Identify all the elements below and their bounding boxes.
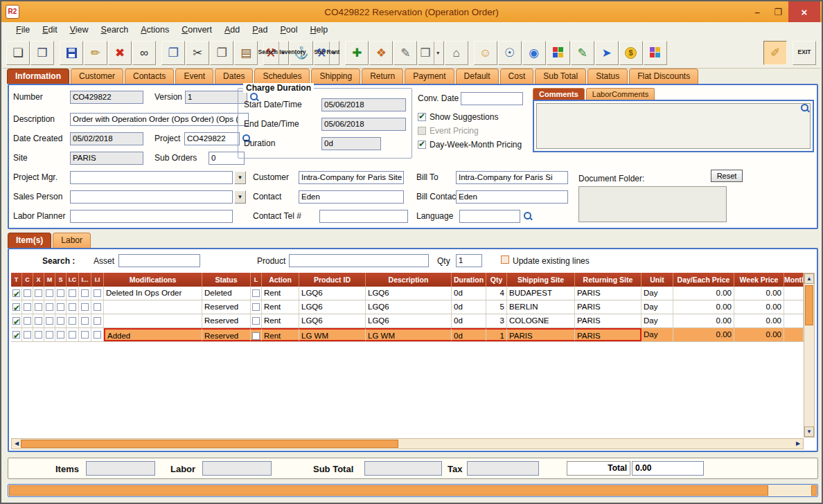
cell-status[interactable]: Reserved [202, 328, 251, 341]
row-checkbox-i-c[interactable] [69, 331, 76, 339]
cell-description[interactable]: LGQ6 [366, 314, 452, 327]
quick-wand-button[interactable]: ✐ [763, 41, 787, 65]
cell-unit[interactable]: Day [641, 328, 673, 341]
financial-button[interactable] [619, 41, 643, 65]
column-header-m[interactable]: M [44, 273, 55, 287]
cell-day-each-price[interactable]: 0.00 [673, 314, 734, 327]
cell-modifications[interactable]: Deleted In Ops Order [104, 287, 202, 300]
cell-day-each-price[interactable]: 0.00 [673, 287, 734, 300]
schedule-clock-button[interactable]: ☉ [498, 41, 522, 65]
menu-add[interactable]: Add [218, 23, 246, 37]
site-printer-button[interactable]: ⌂ [445, 41, 468, 65]
bill-to-field[interactable]: Intra-Company for Paris Si [456, 171, 568, 184]
cell-modifications[interactable]: Added [104, 328, 202, 341]
items-tab-item-s[interactable]: Item(s) [8, 233, 51, 248]
scroll-up-button[interactable]: ▲ [804, 273, 814, 284]
column-header-product-id[interactable]: Product ID [299, 273, 366, 287]
cell-qty[interactable]: 1 [486, 328, 507, 341]
horizontal-scroll-thumb[interactable] [21, 440, 398, 448]
cell-product-id[interactable]: LGQ6 [299, 300, 366, 314]
labor-total-field[interactable] [202, 461, 272, 476]
copy-button[interactable]: ❐ [210, 41, 233, 65]
labor-planner-field[interactable] [70, 210, 233, 223]
sub-rent-button[interactable]: ⚒Sub Rent▼ [314, 41, 339, 65]
column-header-week-price[interactable]: Week Price [734, 273, 784, 287]
row-checkbox-s[interactable] [57, 331, 64, 339]
column-header-x[interactable]: X [33, 273, 44, 287]
tax-field[interactable] [467, 461, 539, 476]
row-checkbox-l[interactable] [252, 317, 260, 325]
column-header-status[interactable]: Status [202, 273, 251, 287]
new-document-button[interactable]: ❏ [6, 41, 30, 65]
table-row[interactable]: AddedReservedRentLG WMLG WM0d1PARISPARIS… [11, 328, 804, 342]
column-header-month-price[interactable]: Month Price [784, 273, 804, 287]
media-disc-button[interactable]: ◉ [522, 41, 546, 65]
row-checkbox-m[interactable] [46, 331, 53, 339]
column-header-action[interactable]: Action [262, 273, 299, 287]
comments-box[interactable] [533, 100, 814, 152]
asset-input[interactable] [118, 254, 200, 267]
conv-date-field[interactable] [461, 92, 523, 105]
row-checkbox-x[interactable] [35, 331, 42, 339]
exit-button[interactable]: EXIT [793, 41, 816, 65]
scroll-right-button[interactable]: ▶ [793, 439, 803, 449]
grid-horizontal-scrollbar[interactable]: ◀ ▶ [11, 438, 804, 449]
total-field[interactable]: 0.00 [632, 461, 704, 476]
language-lookup-icon[interactable] [523, 211, 533, 221]
items-total-field[interactable] [86, 461, 155, 476]
document-folder-box[interactable] [578, 186, 727, 222]
duplicate-button[interactable]: ❒▼ [418, 41, 443, 65]
cell-returning-site[interactable]: PARIS [575, 287, 641, 300]
scroll-down-button[interactable]: ▼ [804, 426, 814, 437]
cell-week-price[interactable]: 0.00 [734, 300, 784, 314]
inventory-cubes-button[interactable] [547, 41, 570, 65]
end-date-field[interactable]: 05/06/2018 [321, 118, 406, 131]
row-checkbox-m[interactable] [46, 317, 53, 325]
cell-shipping-site[interactable]: BERLIN [507, 300, 575, 314]
cell-returning-site[interactable]: PARIS [575, 328, 641, 341]
language-field[interactable] [459, 210, 520, 223]
duplicate-dropdown-icon[interactable]: ▼ [434, 42, 442, 64]
cell-action[interactable]: Rent [262, 287, 299, 300]
close-button[interactable] [788, 1, 820, 22]
cell-product-id[interactable]: LGQ6 [299, 314, 366, 327]
cell-product-id[interactable]: LG WM [299, 328, 366, 341]
cell-duration[interactable]: 0d [452, 328, 486, 341]
row-checkbox-i-c[interactable] [69, 289, 76, 297]
row-checkbox-c[interactable] [24, 289, 31, 297]
print-button[interactable]: ❒ [30, 41, 54, 65]
row-checkbox-i[interactable] [81, 317, 89, 325]
cell-description[interactable]: LGQ6 [366, 300, 452, 314]
site-field[interactable]: PARIS [70, 152, 143, 165]
cell-day-each-price[interactable]: 0.00 [673, 328, 734, 341]
cell-action[interactable]: Rent [262, 300, 299, 314]
table-row[interactable]: Deleted In Ops OrderDeletedRentLGQ6LGQ60… [11, 287, 804, 300]
column-header-unit[interactable]: Unit [641, 273, 673, 287]
cell-qty[interactable]: 4 [486, 287, 507, 300]
cell-unit[interactable]: Day [641, 287, 673, 300]
cell-month-price[interactable] [784, 300, 804, 314]
transfer-button[interactable]: ➤ [595, 41, 619, 65]
column-header-i[interactable]: I... [79, 273, 91, 287]
duration-field[interactable]: 0d [321, 137, 381, 150]
row-checkbox-s[interactable] [57, 289, 64, 297]
column-header-t[interactable]: T [11, 273, 22, 287]
cell-qty[interactable]: 3 [486, 314, 507, 327]
menu-search[interactable]: Search [95, 23, 135, 37]
save-button[interactable] [60, 41, 83, 65]
tab-cost[interactable]: Cost [500, 69, 534, 84]
column-header-s[interactable]: S [55, 273, 67, 287]
row-checkbox-i-i[interactable] [94, 303, 101, 311]
row-checkbox-i-i[interactable] [94, 331, 101, 339]
column-header-i-c[interactable]: I.C [67, 273, 79, 287]
vertical-scroll-thumb[interactable] [805, 285, 813, 325]
menu-view[interactable]: View [64, 23, 95, 37]
cell-returning-site[interactable]: PARIS [575, 300, 641, 314]
row-checkbox-t[interactable] [12, 303, 20, 311]
menu-pad[interactable]: Pad [246, 23, 274, 37]
cell-action[interactable]: Rent [262, 328, 299, 341]
find-button[interactable]: ∞ [132, 41, 156, 65]
qty-input[interactable]: 1 [456, 254, 482, 267]
row-checkbox-m[interactable] [46, 303, 53, 311]
project-mgr-dropdown-button[interactable]: ▼ [234, 171, 246, 184]
